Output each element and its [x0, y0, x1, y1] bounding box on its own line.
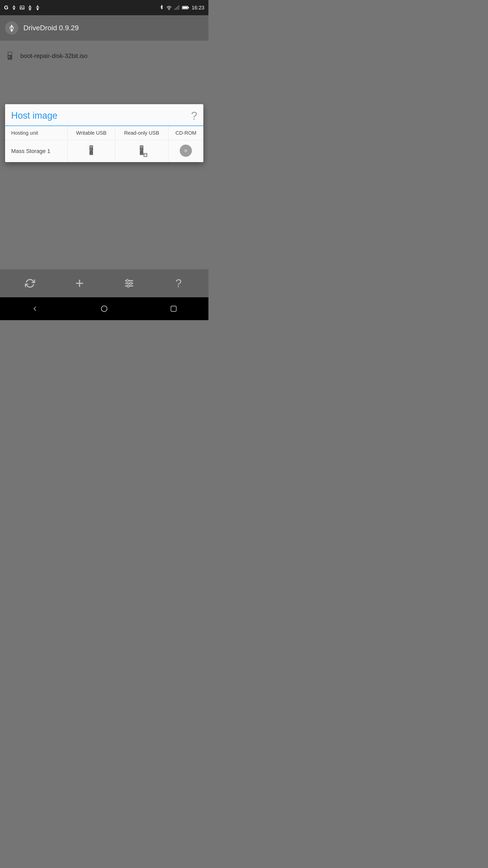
- svg-rect-16: [8, 52, 12, 55]
- row-name: Mass Storage 1: [5, 140, 68, 162]
- nav-recents-button[interactable]: [163, 301, 184, 316]
- file-name: boot-repair-disk-32bit.iso: [20, 52, 87, 59]
- usb-icon-1: [11, 5, 17, 10]
- svg-rect-12: [188, 7, 189, 8]
- nav-back-button[interactable]: [25, 301, 45, 316]
- svg-point-14: [11, 30, 12, 32]
- svg-point-39: [127, 285, 129, 287]
- svg-rect-13: [183, 7, 188, 8]
- settings-button[interactable]: [121, 276, 137, 291]
- help-icon: ?: [175, 278, 181, 289]
- svg-rect-26: [140, 146, 143, 148]
- app-bar-icon: [5, 21, 18, 35]
- svg-rect-17: [9, 56, 10, 58]
- image-icon: [20, 5, 25, 10]
- svg-rect-41: [171, 306, 176, 312]
- status-time: 16:23: [192, 5, 204, 11]
- dialog-help-icon[interactable]: ?: [191, 110, 197, 121]
- svg-rect-20: [90, 146, 93, 148]
- dialog-table: Hosting unit Writable USB Read-only USB …: [5, 126, 203, 162]
- usb-filled-icon: [35, 5, 40, 10]
- status-bar-right-icons: 16:23: [160, 5, 204, 11]
- col-readonly-usb: Read-only USB: [115, 126, 168, 140]
- svg-point-37: [126, 280, 128, 282]
- svg-point-0: [13, 8, 15, 10]
- dialog-title: Host image: [11, 110, 57, 121]
- app-bar-title: DriveDroid 0.9.29: [23, 24, 79, 32]
- usb-outline-icon: [28, 5, 32, 10]
- readonly-usb-container: [136, 144, 147, 158]
- help-button[interactable]: ?: [171, 276, 186, 291]
- nav-home-button[interactable]: [94, 301, 114, 316]
- writable-usb-cell[interactable]: [68, 140, 115, 162]
- svg-rect-27: [141, 149, 142, 150]
- file-icon: [6, 50, 16, 62]
- table-header-row: Hosting unit Writable USB Read-only USB …: [5, 126, 203, 140]
- lock-badge: [143, 153, 147, 157]
- file-item[interactable]: boot-repair-disk-32bit.iso: [5, 46, 203, 66]
- col-cdrom: CD-ROM: [168, 126, 203, 140]
- writable-usb-icon: [86, 144, 97, 157]
- dialog: Host image ? Hosting unit Writable USB R…: [5, 104, 203, 162]
- svg-point-38: [130, 282, 132, 285]
- svg-point-5: [169, 9, 170, 10]
- svg-rect-18: [8, 59, 12, 60]
- dialog-header: Host image ?: [5, 104, 203, 121]
- signal-icon: [174, 5, 179, 10]
- svg-rect-1: [20, 6, 24, 9]
- svg-point-40: [101, 306, 107, 312]
- svg-rect-21: [90, 149, 91, 150]
- bottom-bar: ?: [0, 269, 208, 297]
- status-bar: G: [0, 0, 208, 15]
- main-content: boot-repair-disk-32bit.iso Host image ? …: [0, 41, 208, 269]
- wifi-icon: [166, 5, 172, 10]
- status-bar-left-icons: G: [4, 4, 40, 11]
- battery-icon: [182, 6, 189, 10]
- svg-rect-31: [145, 155, 146, 156]
- app-bar: DriveDroid 0.9.29: [0, 15, 208, 41]
- bluetooth-icon: [160, 5, 164, 10]
- nav-bar: [0, 297, 208, 320]
- refresh-button[interactable]: [22, 276, 38, 291]
- cdrom-cell[interactable]: [168, 140, 203, 162]
- svg-point-4: [37, 9, 38, 10]
- cdrom-icon: [180, 145, 192, 157]
- svg-rect-24: [90, 154, 93, 155]
- svg-rect-30: [140, 154, 143, 155]
- spacer: [5, 66, 203, 97]
- svg-point-3: [29, 9, 30, 10]
- col-writable-usb: Writable USB: [68, 126, 115, 140]
- google-g-icon: G: [4, 4, 8, 11]
- table-row: Mass Storage 1: [5, 140, 203, 162]
- dialog-overlay: Host image ? Hosting unit Writable USB R…: [5, 104, 203, 162]
- add-button[interactable]: [72, 276, 87, 291]
- col-hosting-unit: Hosting unit: [5, 126, 68, 140]
- readonly-usb-cell[interactable]: [115, 140, 168, 162]
